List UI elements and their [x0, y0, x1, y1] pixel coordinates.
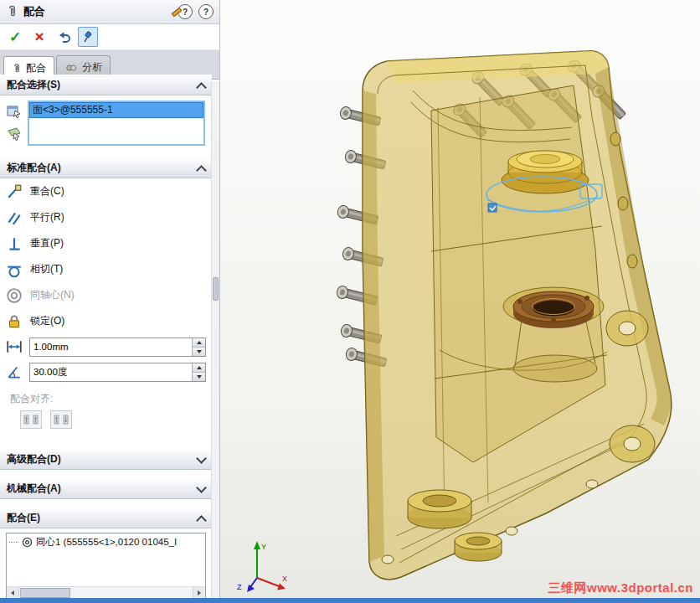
section-title: 配合选择(S)	[7, 78, 60, 92]
mate-item-label: 同心1 (555555<1>,0120 01045_I	[36, 536, 177, 549]
mate-perpendicular-button[interactable]: 垂直(P)	[0, 230, 212, 256]
mates-horizontal-scrollbar[interactable]	[7, 586, 205, 598]
mate-property-manager: 配合 ? ? ✓ ×	[0, 0, 220, 598]
anti-aligned-button	[50, 410, 72, 429]
3d-model-assembly[interactable]	[220, 0, 700, 598]
mate-selection-area: 面<3>@555555-1	[0, 95, 212, 157]
panel-vertical-scrollbar[interactable]	[211, 81, 219, 598]
panel-header: 配合 ? ?	[0, 0, 219, 24]
help-glyph: ?	[183, 8, 188, 17]
cancel-button[interactable]: ×	[29, 27, 49, 47]
section-title: 配合(E)	[7, 511, 40, 525]
mate-label: 锁定(O)	[30, 314, 64, 328]
triangle-left-icon	[11, 590, 14, 595]
mates-listbox[interactable]: 同心1 (555555<1>,0120 01045_I	[6, 533, 206, 598]
triangle-down-icon	[197, 375, 202, 379]
panel-title: 配合	[23, 4, 45, 19]
undo-arrow-icon	[56, 29, 71, 44]
section-header-advanced-mates[interactable]: 高级配合(D)	[0, 449, 212, 470]
vertical-scroll-thumb[interactable]	[213, 277, 219, 301]
anti-aligned-icon	[53, 413, 69, 426]
angle-spinner	[192, 363, 205, 381]
section-title: 机械配合(A)	[7, 482, 61, 496]
mate-tangent-button[interactable]: 相切(T)	[0, 256, 212, 282]
mate-paperclip-icon	[12, 63, 22, 75]
analysis-gears-icon	[64, 62, 78, 74]
distance-input[interactable]	[30, 338, 192, 356]
section-title: 标准配合(A)	[7, 161, 61, 175]
triangle-up-icon	[197, 341, 202, 344]
triangle-down-icon	[197, 350, 202, 353]
mate-label: 重合(C)	[30, 184, 64, 198]
distance-field	[29, 338, 206, 357]
mate-alignment-buttons	[0, 408, 212, 441]
spinner-up-button[interactable]	[193, 363, 205, 373]
perpendicular-icon	[6, 235, 23, 252]
mate-parallel-button[interactable]: 平行(R)	[0, 204, 212, 230]
help-pencil-icon[interactable]: ?	[178, 4, 193, 19]
triangle-up-icon	[197, 366, 202, 369]
triad-y-label: Y	[261, 543, 266, 551]
mate-lock-button[interactable]: 锁定(O)	[0, 308, 212, 334]
section-header-mates[interactable]: 配合(E)	[0, 508, 212, 528]
mate-alignment-label: 配合对齐:	[0, 384, 212, 408]
chevron-down-icon	[196, 482, 207, 493]
chevron-up-icon	[196, 165, 207, 176]
ok-button[interactable]: ✓	[5, 27, 25, 47]
chevron-up-icon	[196, 515, 207, 526]
concentric-icon	[6, 287, 23, 304]
chevron-up-icon	[196, 82, 207, 93]
help-glyph: ?	[203, 8, 208, 17]
section-header-mate-selections[interactable]: 配合选择(S)	[0, 75, 212, 95]
solidworks-window: 配合 ? ? ✓ ×	[0, 0, 700, 603]
triad-x-label: X	[282, 575, 287, 583]
bottom-status-strip	[0, 598, 700, 603]
gold-cap[interactable]	[502, 151, 589, 193]
scroll-right-arrow[interactable]	[193, 587, 205, 598]
mate-tree-item[interactable]: 同心1 (555555<1>,0120 01045_I	[7, 533, 205, 549]
angle-field	[29, 363, 206, 382]
scroll-left-arrow[interactable]	[7, 587, 19, 598]
lock-icon	[6, 313, 23, 330]
triangle-right-icon	[198, 590, 201, 595]
mate-label: 垂直(P)	[30, 236, 64, 250]
concentric-mate-icon	[22, 537, 33, 548]
angle-mate-row	[0, 359, 212, 384]
distance-spinner	[192, 338, 205, 356]
help-icon[interactable]: ?	[198, 4, 214, 19]
section-header-standard-mates[interactable]: 标准配合(A)	[0, 157, 212, 178]
panel-action-bar: ✓ ×	[0, 24, 219, 50]
keep-visible-pin-button[interactable]	[78, 27, 98, 47]
tab-label: 分析	[82, 60, 102, 75]
spinner-down-button[interactable]	[193, 373, 205, 381]
coordinate-triad: Y X Z	[235, 531, 301, 593]
tree-branch-line	[9, 542, 18, 543]
mate-selection-listbox[interactable]: 面<3>@555555-1	[28, 100, 205, 146]
mate-paperclip-icon	[6, 5, 18, 18]
undo-button[interactable]	[54, 27, 74, 47]
mate-coincident-button[interactable]: 重合(C)	[0, 178, 212, 204]
distance-icon	[6, 338, 23, 355]
panel-body: 配合选择(S) 面<3>@555555-1	[0, 75, 212, 598]
watermark-text: 三维网www.3dportal.cn	[548, 580, 693, 596]
mate-label: 平行(R)	[30, 210, 64, 224]
mate-label: 相切(T)	[30, 262, 63, 276]
mate-label: 同轴心(N)	[30, 288, 75, 302]
spinner-down-button[interactable]	[193, 348, 205, 356]
aligned-icon	[23, 413, 39, 426]
graphics-viewport[interactable]: Y X Z 三维网www.3dportal.cn	[220, 0, 700, 598]
spinner-up-button[interactable]	[193, 338, 205, 348]
selected-face-item[interactable]: 面<3>@555555-1	[29, 102, 203, 118]
section-header-mechanical-mates[interactable]: 机械配合(A)	[0, 478, 212, 499]
pushpin-icon	[81, 30, 95, 44]
section-title: 高级配合(D)	[7, 452, 61, 466]
pencil-overlay-icon	[172, 8, 183, 17]
angle-icon	[6, 363, 23, 380]
aligned-button	[20, 410, 42, 429]
coincident-icon	[6, 183, 23, 200]
horizontal-scroll-thumb[interactable]	[20, 588, 70, 598]
entities-to-mate-icon	[6, 103, 22, 119]
angle-input[interactable]	[30, 363, 192, 381]
chevron-down-icon	[196, 453, 207, 464]
triad-z-label: Z	[237, 583, 242, 591]
